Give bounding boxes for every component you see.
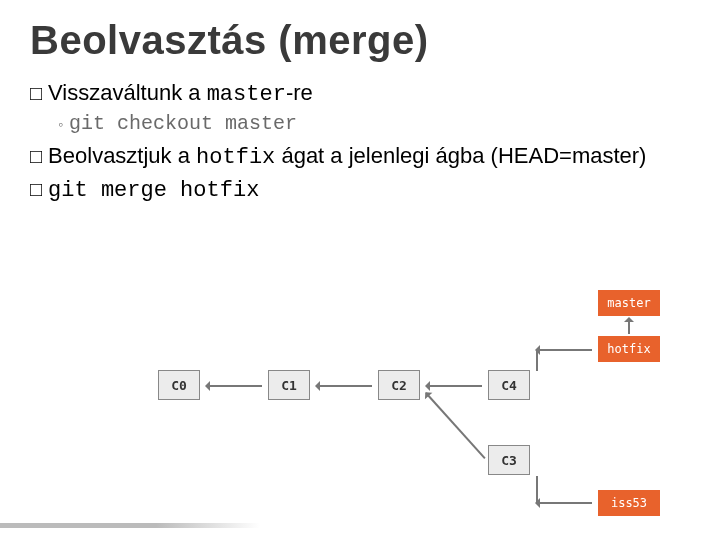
bullet-3-code: git merge hotfix [48, 177, 259, 205]
arrow-icon [536, 349, 592, 351]
commit-c0: C0 [158, 370, 200, 400]
bullet-2-mid: a [172, 143, 196, 168]
arrow-icon [426, 385, 482, 387]
bullet-2-text: Beolvasztjuk a hotfix ágat a jelenlegi á… [48, 142, 646, 172]
bullet-marker-icon: □ [30, 177, 42, 202]
arrow-icon [628, 318, 630, 334]
bullet-1-word: Visszaváltunk [48, 80, 182, 105]
git-diagram: C0 C1 C2 C4 C3 master hotfix iss53 [158, 330, 718, 540]
bullet-1-suffix: -re [286, 80, 313, 105]
slide-body: □ Visszaváltunk a master-re ◦ git checko… [0, 63, 720, 205]
branch-iss53: iss53 [598, 490, 660, 516]
commit-c1: C1 [268, 370, 310, 400]
bullet-2-rest: ágat a jelenlegi ágba (HEAD=master) [275, 143, 646, 168]
commit-c3: C3 [488, 445, 530, 475]
bullet-2-code: hotfix [196, 145, 275, 170]
arrow-icon [316, 385, 372, 387]
connector-line [536, 476, 538, 502]
footer-decor [0, 523, 260, 528]
bullet-1-rest: a [182, 80, 206, 105]
slide-title: Beolvasztás (merge) [0, 0, 720, 63]
connector-line [536, 349, 538, 371]
bullet-1-code: master [207, 82, 286, 107]
bullet-2-word: Beolvasztjuk [48, 143, 172, 168]
commit-c2: C2 [378, 370, 420, 400]
bullet-marker-icon: □ [30, 81, 42, 106]
branch-hotfix: hotfix [598, 336, 660, 362]
arrow-icon [536, 502, 592, 504]
slide: Beolvasztás (merge) □ Visszaváltunk a ma… [0, 0, 720, 540]
sub-bullet-1: ◦ git checkout master [58, 111, 720, 136]
bullet-2: □ Beolvasztjuk a hotfix ágat a jelenlegi… [30, 142, 720, 172]
bullet-3: □ git merge hotfix [30, 177, 720, 205]
commit-c4: C4 [488, 370, 530, 400]
arrow-icon [206, 385, 262, 387]
sub-bullet-1-code: git checkout master [69, 111, 297, 136]
sub-marker-icon: ◦ [58, 116, 63, 134]
bullet-1-text: Visszaváltunk a master-re [48, 79, 313, 109]
bullet-marker-icon: □ [30, 144, 42, 169]
bullet-1: □ Visszaváltunk a master-re [30, 79, 720, 109]
